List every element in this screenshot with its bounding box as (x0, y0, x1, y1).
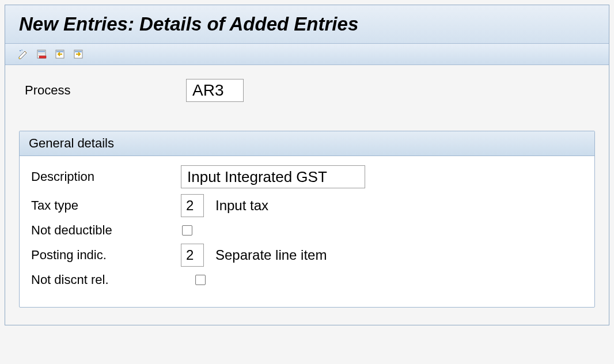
tax-type-input[interactable] (181, 194, 204, 217)
process-input[interactable] (186, 79, 244, 102)
pencil-icon (18, 49, 29, 59)
delete-row-icon (36, 49, 48, 59)
svg-rect-8 (56, 51, 63, 52)
group-body: Description Tax type Input tax Not deduc… (20, 156, 594, 307)
description-row: Description (25, 165, 589, 188)
svg-rect-5 (38, 55, 45, 56)
not-deductible-checkbox[interactable] (182, 225, 192, 236)
not-discnt-rel-label: Not discnt rel. (25, 272, 181, 287)
svg-rect-4 (38, 53, 45, 54)
toolbar (5, 44, 609, 65)
page-title: New Entries: Details of Added Entries (19, 13, 595, 35)
title-bar: New Entries: Details of Added Entries (5, 5, 609, 44)
posting-indic-text: Separate line item (215, 247, 327, 263)
sap-window: New Entries: Details of Added Entries (5, 5, 609, 325)
not-discnt-rel-row: Not discnt rel. (25, 272, 589, 287)
description-label: Description (25, 169, 181, 184)
posting-indic-label: Posting indic. (25, 248, 181, 263)
posting-indic-input[interactable] (181, 244, 204, 267)
tax-type-text: Input tax (215, 198, 268, 214)
process-label: Process (19, 83, 186, 98)
tax-type-label: Tax type (25, 198, 181, 213)
next-entry-button[interactable] (71, 47, 87, 61)
previous-icon (55, 49, 66, 59)
toggle-edit-button[interactable] (16, 47, 32, 61)
next-icon (73, 49, 85, 59)
description-input[interactable] (181, 165, 365, 188)
svg-rect-10 (75, 51, 82, 52)
svg-rect-6 (39, 56, 46, 58)
not-discnt-rel-checkbox[interactable] (195, 275, 206, 285)
group-header: General details (20, 131, 594, 156)
svg-rect-3 (38, 51, 45, 52)
svg-point-1 (21, 50, 22, 51)
posting-indic-row: Posting indic. Separate line item (25, 244, 589, 267)
tax-type-row: Tax type Input tax (25, 194, 589, 217)
not-deductible-row: Not deductible (25, 223, 589, 238)
process-row: Process (19, 79, 595, 102)
svg-point-0 (20, 50, 21, 51)
content-area: Process General details Description Tax … (5, 65, 609, 325)
previous-entry-button[interactable] (52, 47, 69, 61)
not-deductible-label: Not deductible (25, 223, 181, 238)
delete-button[interactable] (34, 47, 50, 61)
general-details-group: General details Description Tax type Inp… (19, 131, 595, 308)
